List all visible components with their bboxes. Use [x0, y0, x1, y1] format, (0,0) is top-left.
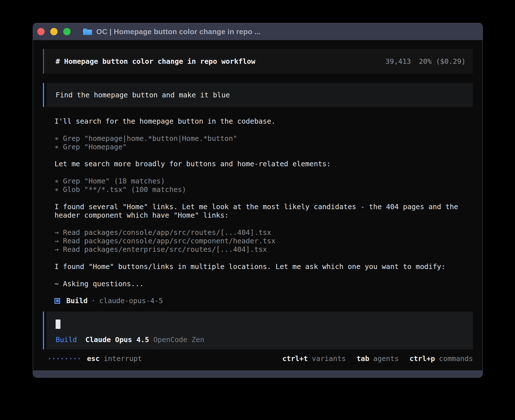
spinner-dot: [53, 358, 54, 359]
minimize-button[interactable]: [50, 28, 58, 35]
token-count: 39,413: [385, 57, 411, 65]
session-stats: 39,413 20% ($0.29): [385, 57, 466, 65]
context-cost: 20% ($0.29): [419, 57, 466, 65]
status-bar: esc interrupt ctrl+t variants tab agents…: [43, 354, 473, 363]
assistant-text-line: header component which have "Home" links…: [54, 211, 473, 220]
esc-hint: esc interrupt: [87, 355, 142, 363]
esc-key: esc: [87, 355, 100, 363]
assistant-paragraph: Let me search more broadly for buttons a…: [54, 160, 473, 168]
shortcut-key: ctrl+p: [409, 355, 435, 363]
prompt-input[interactable]: Build Claude Opus 4.5 OpenCode Zen: [43, 312, 473, 349]
assistant-transcript: I'll search for the homepage button in t…: [43, 117, 473, 305]
window-bottom-chrome: [33, 370, 483, 377]
user-message: Find the homepage button and make it blu…: [43, 83, 473, 107]
shortcut-key: ctrl+t: [282, 355, 308, 363]
spinner-dot: [49, 358, 50, 359]
window-title: OC | Homepage button color change in rep…: [96, 27, 261, 36]
tool-call-line: ∗ Grep "homepage|home.*button|Home.*butt…: [54, 134, 473, 143]
session-header: # Homepage button color change in repo w…: [43, 49, 473, 74]
assistant-paragraph: I'll search for the homepage button in t…: [54, 117, 473, 126]
assistant-paragraph: I found several "Home" links. Let me loo…: [54, 203, 473, 220]
agent-model: claude-opus-4-5: [99, 297, 163, 305]
spinner-dot: [62, 358, 63, 359]
assistant-text-line: I'll search for the homepage button in t…: [54, 117, 473, 126]
terminal-window: OC | Homepage button color change in rep…: [33, 23, 483, 378]
spinner-dot: [78, 358, 80, 359]
terminal-content: # Homepage button color change in repo w…: [33, 40, 483, 370]
folder-icon: [83, 29, 92, 35]
input-meta-row: Build Claude Opus 4.5 OpenCode Zen: [56, 336, 473, 344]
spinner-dot: [66, 358, 67, 359]
agent-build-icon: [54, 298, 60, 304]
input-model-label: Claude Opus 4.5: [85, 336, 149, 344]
separator-dot: ·: [91, 297, 95, 305]
asking-questions-status: ~ Asking questions...: [54, 280, 473, 288]
tool-call-line: ∗ Grep "Home" (18 matches): [54, 177, 473, 185]
zoom-button[interactable]: [63, 28, 71, 35]
shortcut-key: tab: [357, 355, 369, 363]
spinner-dots: [49, 358, 80, 359]
esc-label: interrupt: [104, 355, 142, 363]
spinner-dot: [74, 358, 76, 359]
assistant-text-line: I found several "Home" links. Let me loo…: [54, 203, 473, 211]
tool-call-line: → Read packages/enterprise/src/routes/[.…: [54, 245, 473, 254]
agent-name: Build: [66, 297, 88, 305]
input-mode-label: Build: [56, 336, 77, 344]
text-cursor: [56, 320, 60, 329]
user-message-text: Find the homepage button and make it blu…: [56, 91, 230, 99]
shortcut-label: commands: [439, 355, 473, 363]
shortcut-label: variants: [312, 355, 346, 363]
tool-call-line: ∗ Grep "Homepage": [54, 143, 473, 151]
close-button[interactable]: [37, 28, 45, 35]
tool-call-line: → Read packages/console/app/src/routes/[…: [54, 228, 473, 237]
session-title: # Homepage button color change in repo w…: [56, 57, 255, 65]
tool-call-group: → Read packages/console/app/src/routes/[…: [54, 228, 473, 254]
assistant-paragraph: I found "Home" buttons/links in multiple…: [54, 262, 473, 271]
input-provider-label: OpenCode Zen: [153, 336, 204, 344]
shortcut-variants: ctrl+t variants: [282, 355, 346, 363]
assistant-text-line: Let me search more broadly for buttons a…: [54, 160, 473, 168]
spinner-dot: [57, 358, 59, 359]
status-line: ~ Asking questions...: [54, 280, 473, 288]
shortcut-commands: ctrl+p commands: [409, 355, 473, 363]
tool-call-line: → Read packages/console/app/src/componen…: [54, 237, 473, 245]
agent-attribution-row: Build · claude-opus-4-5: [54, 297, 473, 305]
window-titlebar: OC | Homepage button color change in rep…: [33, 23, 483, 40]
keyboard-shortcuts: ctrl+t variants tab agents ctrl+p comman…: [282, 355, 473, 363]
tool-call-group: ∗ Grep "homepage|home.*button|Home.*butt…: [54, 134, 473, 152]
tool-call-line: ∗ Glob "**/*.tsx" (100 matches): [54, 185, 473, 194]
assistant-text-line: I found "Home" buttons/links in multiple…: [54, 262, 473, 271]
shortcut-agents: tab agents: [357, 355, 399, 363]
spinner-dot: [70, 358, 71, 359]
tool-call-group: ∗ Grep "Home" (18 matches) ∗ Glob "**/*.…: [54, 177, 473, 194]
shortcut-label: agents: [373, 355, 399, 363]
